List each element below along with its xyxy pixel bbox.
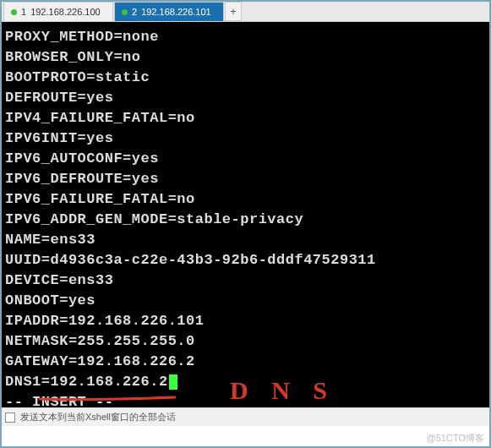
config-line: DEVICE=ens33 <box>5 270 486 291</box>
status-dot-icon <box>122 9 128 15</box>
tab-index: 2 <box>132 7 137 17</box>
tab-label: 192.168.226.101 <box>141 7 211 17</box>
config-line: ONBOOT=yes <box>5 291 486 311</box>
config-line: IPV6_DEFROUTE=yes <box>5 169 486 189</box>
config-line: NAME=ens33 <box>5 230 486 250</box>
terminal-output[interactable]: PROXY_METHOD=none BROWSER_ONLY=no BOOTPR… <box>2 22 489 407</box>
config-line: IPV6_FAILURE_FATAL=no <box>5 189 486 210</box>
broadcast-checkbox[interactable] <box>5 412 15 423</box>
config-line: BROWSER_ONLY=no <box>5 47 486 68</box>
config-line: UUID=d4936c3a-c22e-43b3-92b6-dddf4752931… <box>5 250 486 270</box>
config-line: BOOTPROTO=static <box>5 68 486 88</box>
status-dot-icon <box>11 9 17 15</box>
plus-icon: + <box>230 6 236 18</box>
config-line: NETMASK=255.255.255.0 <box>5 331 486 352</box>
cursor-icon <box>169 374 177 390</box>
editor-mode: -- INSERT -- <box>5 392 486 407</box>
tab-bar: 1 192.168.226.100 2 192.168.226.101 + <box>2 2 489 22</box>
add-tab-button[interactable]: + <box>225 2 242 21</box>
config-line: DNS1=192.168.226.2 <box>5 372 486 392</box>
config-line: IPV6_AUTOCONF=yes <box>5 149 486 169</box>
watermark: @51CTO博客 <box>427 432 484 445</box>
config-line: IPV6INIT=yes <box>5 128 486 149</box>
config-line: PROXY_METHOD=none <box>5 27 486 47</box>
tab-session-2[interactable]: 2 192.168.226.101 <box>114 2 224 21</box>
config-line: IPADDR=192.168.226.101 <box>5 311 486 331</box>
tab-label: 192.168.226.100 <box>30 7 101 17</box>
bottom-bar: 发送文本到当前Xshell窗口的全部会话 <box>2 407 489 426</box>
broadcast-label: 发送文本到当前Xshell窗口的全部会话 <box>20 411 176 423</box>
tab-index: 1 <box>21 7 26 17</box>
config-line: IPV4_FAILURE_FATAL=no <box>5 108 486 128</box>
tab-session-1[interactable]: 1 192.168.226.100 <box>3 2 113 21</box>
config-line: GATEWAY=192.168.226.2 <box>5 352 486 372</box>
config-line: DEFROUTE=yes <box>5 88 486 108</box>
config-line: IPV6_ADDR_GEN_MODE=stable-privacy <box>5 210 486 230</box>
